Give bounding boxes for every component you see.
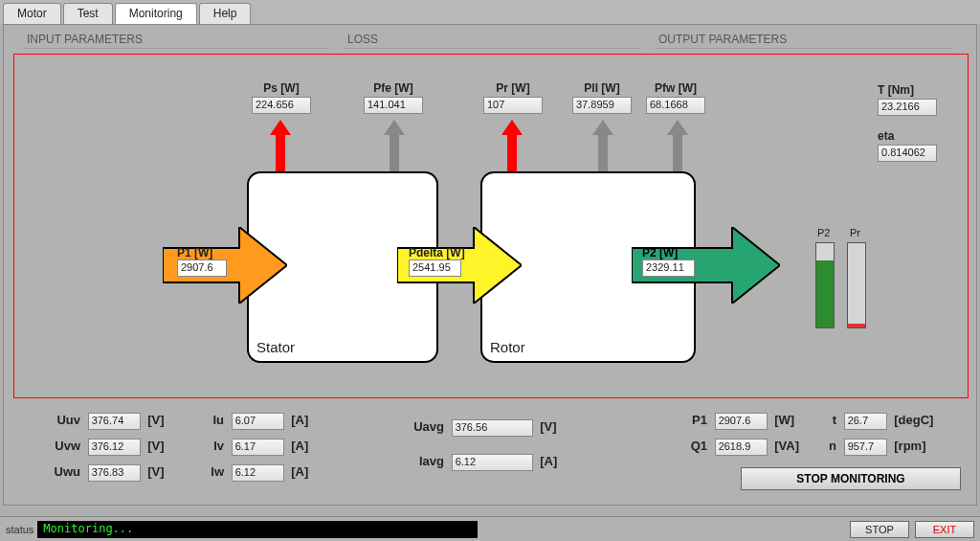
stop-monitoring-button[interactable]: STOP MONITORING [741, 467, 961, 490]
exit-button[interactable]: EXIT [915, 521, 974, 538]
p2-box: P2 [W] 2329.11 [642, 246, 695, 277]
p2-label: P2 [W] [642, 246, 695, 259]
p1b-unit: [W] [774, 413, 794, 427]
ps-value: 224.656 [252, 97, 311, 114]
p1b-value: 2907.6 [715, 413, 768, 430]
ps-label: Ps [W] [252, 81, 311, 95]
pll-label: Pll [W] [572, 81, 632, 95]
uvw-label: Uvw [52, 439, 80, 453]
status-bar: status Monitoring... STOP EXIT [0, 516, 980, 541]
iavg-label: Iavg [406, 454, 444, 468]
iw-label: Iw [205, 464, 224, 479]
iv-value: 6.17 [232, 439, 284, 456]
pdelta-label: Pdelta [W] [409, 246, 465, 259]
p1-label: P1 [W] [177, 246, 227, 259]
diagram-panel: Ps [W] 224.656 Pfe [W] 141.041 Pr [W] 10… [13, 54, 969, 398]
t-label: T [Nm] [878, 83, 937, 97]
p2-value: 2329.11 [642, 259, 695, 277]
bar-pr [847, 242, 866, 328]
section-output-header: OUTPUT PARAMETERS [655, 33, 951, 49]
uvw-unit: [V] [147, 439, 164, 453]
iw-value: 6.12 [232, 464, 284, 482]
uuv-value: 376.74 [88, 413, 141, 430]
pfw-value: 68.1668 [646, 97, 705, 114]
pr-arrow-icon [507, 120, 517, 172]
p1-box: P1 [W] 2907.6 [177, 246, 227, 277]
pr-label: Pr [W] [483, 81, 543, 95]
ps-arrow-icon [276, 120, 285, 172]
tb-value: 26.7 [844, 413, 887, 430]
t-value: 23.2166 [878, 99, 937, 116]
iavg-value: 6.12 [452, 454, 533, 471]
tab-bar: Motor Test Monitoring Help [0, 0, 980, 24]
eta-value: 0.814062 [878, 145, 937, 162]
q1-label: Q1 [688, 439, 707, 453]
p1b-label: P1 [688, 413, 707, 427]
status-text: Monitoring... [37, 521, 478, 538]
tab-test[interactable]: Test [63, 3, 113, 24]
bar-p2 [815, 242, 835, 328]
tb-label: t [825, 413, 836, 427]
uvw-value: 376.12 [88, 439, 141, 456]
section-input-header: INPUT PARAMETERS [23, 33, 329, 49]
uuv-label: Uuv [52, 413, 80, 427]
pfe-value: 141.041 [364, 97, 423, 114]
tab-motor[interactable]: Motor [3, 3, 61, 24]
tab-help[interactable]: Help [199, 3, 252, 24]
q1-value: 2618.9 [715, 439, 768, 456]
pdelta-value: 2541.95 [409, 259, 461, 277]
section-loss-header: LOSS [344, 33, 640, 49]
iu-unit: [A] [291, 413, 308, 427]
q1-unit: [VA] [774, 439, 799, 453]
n-unit: [rpm] [894, 439, 925, 453]
bar-p2-label: P2 [817, 227, 830, 238]
uavg-unit: [V] [540, 419, 556, 434]
pr-value: 107 [483, 97, 543, 114]
iv-unit: [A] [291, 439, 308, 453]
pdelta-box: Pdelta [W] 2541.95 [409, 246, 465, 277]
tb-unit: [degC] [894, 413, 933, 427]
p1-value: 2907.6 [177, 259, 227, 277]
n-label: n [825, 439, 836, 453]
pfw-label: Pfw [W] [646, 81, 705, 95]
stop-button[interactable]: STOP [850, 521, 909, 538]
iw-unit: [A] [291, 464, 308, 479]
eta-label: eta [878, 129, 937, 143]
stator-label: Stator [256, 339, 295, 355]
bar-pr-label: Pr [850, 227, 860, 238]
pfe-label: Pfe [W] [364, 81, 423, 95]
iavg-unit: [A] [540, 454, 557, 468]
uwu-unit: [V] [147, 464, 164, 479]
uavg-value: 376.56 [452, 419, 533, 437]
pll-value: 37.8959 [572, 97, 632, 114]
uwu-label: Uwu [52, 464, 80, 479]
iu-label: Iu [205, 413, 224, 427]
n-value: 957.7 [844, 439, 887, 456]
status-label: status [6, 524, 33, 535]
workarea: INPUT PARAMETERS LOSS OUTPUT PARAMETERS … [3, 24, 977, 506]
uuv-unit: [V] [147, 413, 164, 427]
iu-value: 6.07 [232, 413, 284, 430]
uavg-label: Uavg [406, 419, 444, 434]
rotor-label: Rotor [490, 339, 525, 355]
tab-monitoring[interactable]: Monitoring [115, 3, 197, 24]
uwu-value: 376.83 [88, 464, 141, 482]
iv-label: Iv [205, 439, 224, 453]
